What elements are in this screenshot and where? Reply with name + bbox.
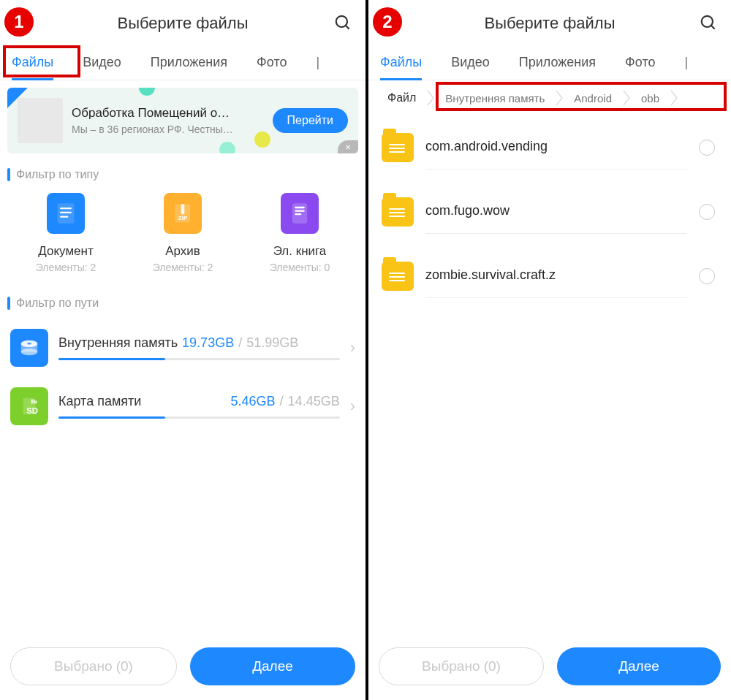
page-title: Выберите файлы [117,14,248,33]
disk-icon [10,329,48,367]
folder-select-radio[interactable] [699,268,715,284]
storage-list: Внутренняя память 19.73GB/51.99GB › SD К… [0,319,366,441]
svg-point-0 [336,16,347,27]
ad-title: Обработка Помещений о… [72,106,264,121]
chevron-right-icon [426,88,435,108]
breadcrumb-item[interactable]: obb [631,88,670,109]
storage-used: 19.73GB [182,335,234,351]
ad-cta-button[interactable]: Перейти [273,108,348,133]
type-name: Эл. книга [273,244,327,259]
storage-name: Внутренняя память [58,335,178,351]
tab-video[interactable]: Видео [451,47,490,80]
tab-files[interactable]: Файлы [380,47,422,80]
footer: Выбрано (0) Далее [368,636,731,700]
type-name: Архив [165,244,200,259]
tabs: Файлы Видео Приложения Фото | [368,47,731,80]
svg-rect-11 [295,210,305,211]
section-filter-type: Фильтр по типу [0,156,366,190]
folder-name: com.android.vending [425,139,687,170]
folder-name: zombie.survival.craft.z [425,267,687,298]
svg-rect-5 [60,216,68,217]
tab-photo[interactable]: Фото [257,47,287,80]
tabs: Файлы Видео Приложения Фото | [0,47,366,80]
panel-step-1: 1 Выберите файлы Файлы Видео Приложения … [0,0,366,700]
section-label: Фильтр по пути [16,297,99,310]
next-button[interactable]: Далее [190,647,355,685]
type-filter-row: Документ Элементы: 2 ZIP Архив Элементы:… [0,190,366,285]
type-item-document[interactable]: Документ Элементы: 2 [15,193,117,273]
storage-progress [58,358,340,360]
tab-apps[interactable]: Приложения [151,47,227,80]
selected-count-button[interactable]: Выбрано (0) [379,647,544,685]
search-button[interactable] [333,13,352,35]
page-title: Выберите файлы [484,14,615,33]
tab-more[interactable]: | [316,47,319,80]
chevron-right-icon [555,88,564,108]
svg-rect-20 [35,401,37,404]
type-name: Документ [38,244,93,259]
tab-video[interactable]: Видео [83,47,121,80]
svg-point-21 [702,16,713,27]
ebook-icon [281,193,319,234]
folder-select-radio[interactable] [699,140,715,156]
folder-icon [382,133,414,162]
storage-internal[interactable]: Внутренняя память 19.73GB/51.99GB › [10,322,355,380]
svg-rect-12 [295,213,301,215]
storage-progress [58,416,340,419]
footer: Выбрано (0) Далее [0,636,366,700]
document-icon [47,193,85,234]
type-item-archive[interactable]: ZIP Архив Элементы: 2 [132,193,234,273]
ad-close-button[interactable]: ✕ [338,140,358,153]
panel-step-2: 2 Выберите файлы Файлы Видео Приложения … [366,0,731,700]
folder-list: com.android.vending com.fugo.wow zombie.… [368,115,731,308]
folder-icon [382,197,414,227]
chevron-right-icon: › [350,338,355,357]
folder-icon [382,262,414,291]
type-count: Элементы: 2 [36,262,96,273]
type-count: Элементы: 2 [153,262,213,273]
chevron-right-icon [670,88,678,108]
svg-rect-19 [34,400,35,404]
folder-row[interactable]: zombie.survival.craft.z [379,244,721,308]
svg-rect-18 [31,400,33,404]
storage-total: 14.45GB [288,394,340,409]
step-badge-1: 1 [4,7,34,37]
svg-point-16 [21,349,38,355]
search-button[interactable] [699,13,718,35]
svg-text:SD: SD [26,406,38,415]
tab-photo[interactable]: Фото [625,47,655,80]
tab-apps[interactable]: Приложения [519,47,596,80]
svg-text:ZIP: ZIP [178,215,188,221]
storage-sdcard[interactable]: SD Карта памяти 5.46GB/14.45GB › [10,380,355,438]
svg-rect-10 [295,207,305,208]
breadcrumb-item[interactable]: Файл [371,87,426,109]
folder-row[interactable]: com.android.vending [379,115,721,180]
type-item-ebook[interactable]: Эл. книга Элементы: 0 [249,193,351,273]
folder-row[interactable]: com.fugo.wow [379,180,721,244]
ad-card[interactable]: Обработка Помещений о… Мы – в 36 региона… [7,88,358,153]
folder-select-radio[interactable] [699,204,715,220]
search-icon [699,13,718,32]
chevron-right-icon [622,88,631,108]
breadcrumb-item[interactable]: Android [564,88,622,109]
svg-rect-7 [181,204,185,214]
ad-corner-icon [7,88,31,111]
selected-count-button[interactable]: Выбрано (0) [10,647,177,685]
breadcrumb-item[interactable]: Внутренняя память [435,88,555,109]
folder-name: com.fugo.wow [425,203,687,234]
svg-line-1 [346,26,349,29]
type-count: Элементы: 0 [270,262,330,273]
archive-icon: ZIP [164,193,202,234]
svg-line-22 [711,26,715,29]
ad-subtitle: Мы – в 36 регионах РФ. Честны… [72,123,264,135]
tab-files[interactable]: Файлы [12,47,53,80]
header: Выберите файлы [0,0,366,47]
sd-card-icon: SD [10,387,48,425]
next-button[interactable]: Далее [557,647,721,685]
storage-used: 5.46GB [231,394,276,409]
svg-rect-4 [60,212,72,213]
breadcrumb: Файл Внутренняя память Android obb [368,80,731,115]
tab-more[interactable]: | [684,47,688,80]
header: Выберите файлы [368,0,731,47]
step-badge-2: 2 [373,7,402,37]
